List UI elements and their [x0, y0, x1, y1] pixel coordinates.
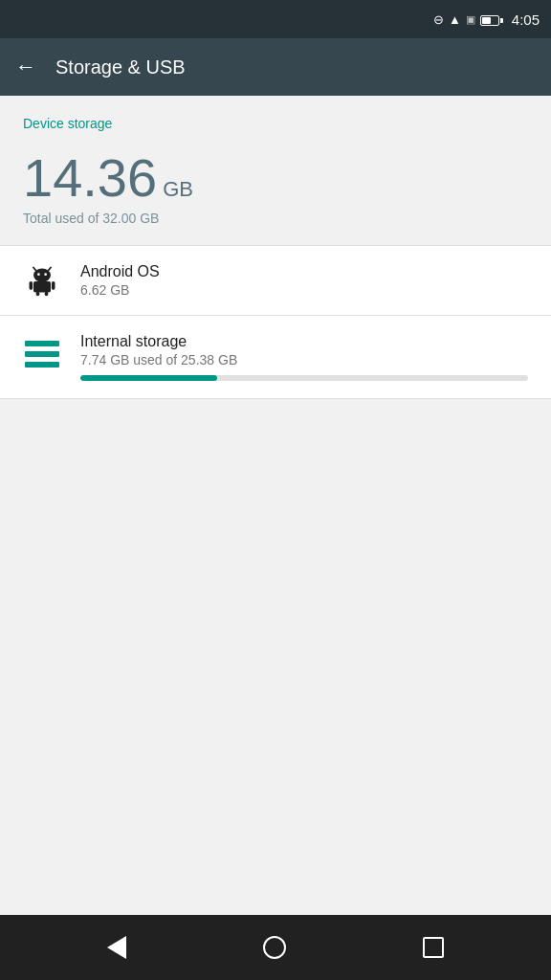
nav-home-icon — [263, 936, 286, 959]
internal-storage-progress-container — [80, 375, 528, 381]
internal-storage-subtitle: 7.74 GB used of 25.38 GB — [80, 352, 528, 368]
storage-total-text: Total used of 32.00 GB — [23, 211, 528, 226]
status-icons: ⊖ ▲ ▣ 4:05 — [433, 11, 540, 28]
svg-point-4 — [44, 273, 47, 276]
nav-recent-icon — [423, 937, 444, 958]
nav-recent-button[interactable] — [423, 937, 444, 958]
internal-storage-title: Internal storage — [80, 333, 528, 350]
svg-rect-9 — [45, 292, 49, 297]
storage-used-amount: 14.36 — [23, 151, 157, 205]
android-os-title: Android OS — [80, 263, 528, 280]
main-content: Device storage 14.36 GB Total used of 32… — [0, 96, 551, 915]
do-not-disturb-icon: ⊖ — [433, 12, 444, 27]
status-bar: ⊖ ▲ ▣ 4:05 — [0, 0, 551, 38]
svg-point-2 — [33, 268, 51, 281]
android-os-subtitle: 6.62 GB — [80, 282, 528, 298]
storage-lines-icon — [23, 335, 61, 373]
storage-used-unit: GB — [163, 177, 193, 202]
signal-icon: ▣ — [466, 13, 475, 26]
internal-storage-text: Internal storage 7.74 GB used of 25.38 G… — [80, 333, 528, 381]
back-button[interactable]: ← — [15, 55, 36, 79]
nav-home-button[interactable] — [263, 936, 286, 959]
status-time: 4:05 — [512, 11, 540, 28]
storage-used-large: 14.36 GB — [23, 151, 528, 205]
storage-summary: 14.36 GB Total used of 32.00 GB — [0, 142, 551, 245]
internal-storage-progress-fill — [80, 375, 217, 381]
svg-rect-8 — [36, 292, 40, 297]
svg-rect-5 — [33, 281, 51, 293]
android-robot-svg — [25, 263, 59, 298]
android-os-text: Android OS 6.62 GB — [80, 263, 528, 298]
android-os-item[interactable]: Android OS 6.62 GB — [0, 246, 551, 316]
internal-storage-item[interactable]: Internal storage 7.74 GB used of 25.38 G… — [0, 316, 551, 399]
nav-back-button[interactable] — [107, 936, 126, 959]
battery-icon — [480, 11, 503, 28]
toolbar: ← Storage & USB — [0, 38, 551, 96]
nav-back-icon — [107, 936, 126, 959]
device-storage-section: Device storage — [0, 96, 551, 142]
android-icon — [23, 261, 61, 300]
svg-point-3 — [37, 273, 40, 276]
svg-rect-7 — [52, 281, 55, 290]
nav-bar — [0, 915, 551, 980]
toolbar-title: Storage & USB — [55, 56, 186, 78]
wifi-icon: ▲ — [449, 12, 461, 27]
svg-rect-6 — [30, 281, 33, 290]
section-label: Device storage — [23, 116, 112, 131]
